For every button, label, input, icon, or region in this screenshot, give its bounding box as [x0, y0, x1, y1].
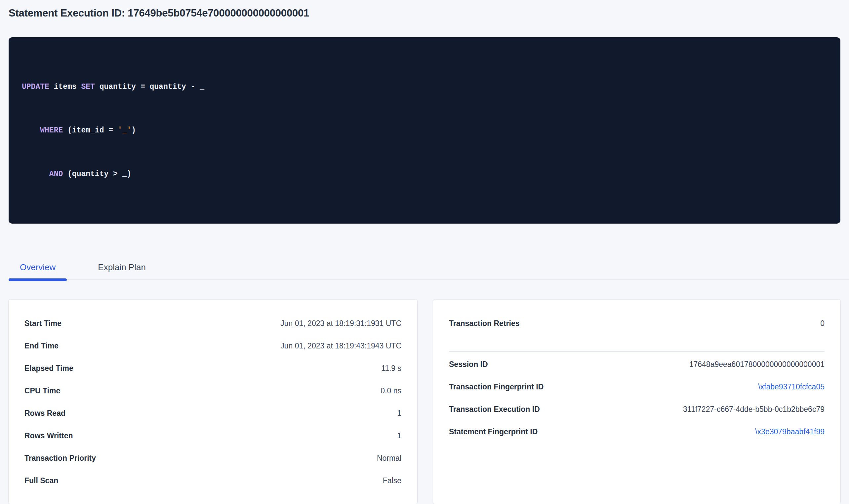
sql-keyword: AND: [49, 170, 63, 178]
detail-value: 311f7227-c667-4dde-b5bb-0c1b2bbe6c79: [683, 405, 825, 414]
detail-value: 1: [397, 431, 401, 440]
detail-label: Transaction Priority: [24, 454, 96, 463]
detail-value: 1: [397, 409, 401, 418]
detail-row-start-time: Start Time Jun 01, 2023 at 18:19:31:1931…: [24, 312, 401, 335]
sql-keyword: UPDATE: [22, 83, 49, 91]
sql-text: quantity = quantity - _: [95, 83, 204, 91]
detail-label: Rows Written: [24, 431, 73, 440]
detail-label: Transaction Fingerprint ID: [449, 382, 543, 391]
detail-value: Jun 01, 2023 at 18:19:31:1931 UTC: [280, 319, 401, 328]
statement-fingerprint-link[interactable]: \x3e3079baabf41f99: [755, 427, 825, 436]
detail-row-cpu-time: CPU Time 0.0 ns: [24, 379, 401, 402]
detail-value: Jun 01, 2023 at 18:19:43:1943 UTC: [280, 342, 401, 350]
sql-indent: [22, 170, 49, 178]
tab-bar: Overview Explain Plan: [8, 262, 849, 280]
detail-value: 0: [820, 319, 825, 328]
sql-line-2: WHERE (item_id = '_'): [22, 123, 827, 138]
sql-text: items: [49, 83, 81, 91]
sql-statement-block: UPDATE items SET quantity = quantity - _…: [8, 37, 841, 223]
sql-text: ): [131, 126, 136, 135]
detail-label: CPU Time: [24, 386, 60, 395]
detail-row-rows-written: Rows Written 1: [24, 425, 401, 447]
sql-string-literal: '_': [118, 126, 131, 135]
page-title: Statement Execution ID: 17649be5b0754e70…: [8, 0, 841, 19]
detail-label: Rows Read: [24, 409, 66, 418]
detail-row-statement-fingerprint-id: Statement Fingerprint ID \x3e3079baabf41…: [449, 420, 825, 443]
detail-row-transaction-execution-id: Transaction Execution ID 311f7227-c667-4…: [449, 398, 825, 420]
tab-overview[interactable]: Overview: [8, 262, 67, 280]
sql-line-1: UPDATE items SET quantity = quantity - _: [22, 79, 827, 94]
detail-row-session-id: Session ID 17648a9eea6017800000000000000…: [449, 353, 825, 376]
detail-label: Transaction Execution ID: [449, 405, 540, 414]
sql-indent: [22, 126, 40, 135]
page: Statement Execution ID: 17649be5b0754e70…: [0, 0, 849, 504]
tab-explain-plan[interactable]: Explain Plan: [87, 262, 157, 280]
detail-row-rows-read: Rows Read 1: [24, 402, 401, 425]
detail-value: False: [383, 476, 401, 485]
transaction-details-card: Transaction Retries 0 Session ID 17648a9…: [433, 300, 841, 504]
detail-value: 17648a9eea6017800000000000000001: [689, 360, 825, 369]
detail-row-end-time: End Time Jun 01, 2023 at 18:19:43:1943 U…: [24, 335, 401, 357]
detail-label: Elapsed Time: [24, 364, 73, 373]
detail-label: End Time: [24, 342, 58, 350]
card-divider: [449, 351, 825, 352]
detail-label: Statement Fingerprint ID: [449, 427, 538, 436]
detail-row-transaction-priority: Transaction Priority Normal: [24, 447, 401, 469]
sql-text: (quantity > _): [63, 170, 131, 178]
detail-row-transaction-retries: Transaction Retries 0: [449, 312, 825, 335]
detail-label: Session ID: [449, 360, 488, 369]
detail-value: 0.0 ns: [381, 386, 401, 395]
detail-label: Transaction Retries: [449, 319, 519, 328]
summary-cards: Start Time Jun 01, 2023 at 18:19:31:1931…: [8, 300, 841, 504]
detail-row-elapsed-time: Elapsed Time 11.9 s: [24, 357, 401, 379]
transaction-fingerprint-link[interactable]: \xfabe93710fcfca05: [758, 382, 825, 391]
execution-details-card: Start Time Jun 01, 2023 at 18:19:31:1931…: [8, 300, 417, 504]
detail-row-full-scan: Full Scan False: [24, 469, 401, 492]
detail-label: Start Time: [24, 319, 62, 328]
detail-value: 11.9 s: [381, 364, 401, 373]
sql-line-3: AND (quantity > _): [22, 167, 827, 181]
detail-row-transaction-fingerprint-id: Transaction Fingerprint ID \xfabe93710fc…: [449, 376, 825, 398]
sql-text: (item_id =: [63, 126, 118, 135]
detail-value: Normal: [377, 454, 401, 463]
detail-label: Full Scan: [24, 476, 58, 485]
sql-keyword: WHERE: [40, 126, 63, 135]
sql-keyword: SET: [81, 83, 94, 91]
